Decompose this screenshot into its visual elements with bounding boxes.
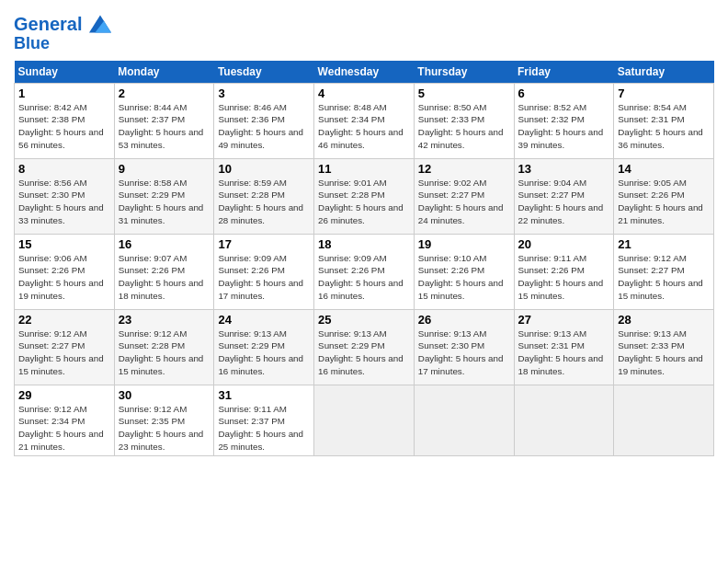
day-number: 28 <box>618 313 710 327</box>
calendar-cell: 25 Sunrise: 9:13 AM Sunset: 2:29 PM Dayl… <box>314 309 415 385</box>
calendar-cell <box>614 385 714 456</box>
day-info: Sunrise: 8:54 AM Sunset: 2:31 PM Dayligh… <box>618 101 710 152</box>
day-info: Sunrise: 8:58 AM Sunset: 2:29 PM Dayligh… <box>119 177 210 227</box>
day-info: Sunrise: 9:13 AM Sunset: 2:29 PM Dayligh… <box>318 327 410 378</box>
calendar-cell: 21 Sunrise: 9:12 AM Sunset: 2:27 PM Dayl… <box>614 234 714 309</box>
day-info: Sunrise: 9:06 AM Sunset: 2:26 PM Dayligh… <box>18 252 110 303</box>
day-info: Sunrise: 9:05 AM Sunset: 2:26 PM Dayligh… <box>618 177 710 227</box>
calendar-cell <box>414 385 514 456</box>
calendar-cell: 16 Sunrise: 9:07 AM Sunset: 2:26 PM Dayl… <box>114 234 214 309</box>
calendar-table: SundayMondayTuesdayWednesdayThursdayFrid… <box>14 61 714 457</box>
day-number: 24 <box>218 313 310 327</box>
day-number: 18 <box>318 237 410 251</box>
day-info: Sunrise: 9:04 AM Sunset: 2:27 PM Dayligh… <box>518 177 610 227</box>
calendar-cell: 12 Sunrise: 9:02 AM Sunset: 2:27 PM Dayl… <box>414 158 514 234</box>
day-info: Sunrise: 9:12 AM Sunset: 2:27 PM Dayligh… <box>618 252 710 303</box>
column-header-friday: Friday <box>514 61 614 84</box>
calendar-cell: 9 Sunrise: 8:58 AM Sunset: 2:29 PM Dayli… <box>114 158 214 234</box>
day-number: 9 <box>119 162 210 176</box>
calendar-cell: 11 Sunrise: 9:01 AM Sunset: 2:28 PM Dayl… <box>314 158 415 234</box>
calendar-cell: 22 Sunrise: 9:12 AM Sunset: 2:27 PM Dayl… <box>15 309 115 385</box>
calendar-cell: 28 Sunrise: 9:13 AM Sunset: 2:33 PM Dayl… <box>614 309 714 385</box>
day-number: 20 <box>518 237 610 251</box>
day-number: 26 <box>418 313 510 327</box>
day-info: Sunrise: 9:09 AM Sunset: 2:26 PM Dayligh… <box>318 252 410 303</box>
day-info: Sunrise: 9:09 AM Sunset: 2:26 PM Dayligh… <box>218 252 310 303</box>
calendar-cell: 15 Sunrise: 9:06 AM Sunset: 2:26 PM Dayl… <box>15 234 115 309</box>
calendar-cell: 8 Sunrise: 8:56 AM Sunset: 2:30 PM Dayli… <box>15 158 115 234</box>
day-info: Sunrise: 8:52 AM Sunset: 2:32 PM Dayligh… <box>518 101 610 152</box>
day-number: 31 <box>218 388 310 402</box>
header: General Blue <box>14 9 714 53</box>
day-info: Sunrise: 8:59 AM Sunset: 2:28 PM Dayligh… <box>218 177 310 227</box>
day-number: 7 <box>618 86 710 100</box>
column-header-thursday: Thursday <box>414 61 514 84</box>
day-info: Sunrise: 8:46 AM Sunset: 2:36 PM Dayligh… <box>218 101 310 152</box>
day-number: 6 <box>518 86 610 100</box>
calendar-cell: 3 Sunrise: 8:46 AM Sunset: 2:36 PM Dayli… <box>214 83 314 158</box>
column-header-saturday: Saturday <box>614 61 714 84</box>
day-number: 15 <box>18 237 110 251</box>
day-info: Sunrise: 8:42 AM Sunset: 2:38 PM Dayligh… <box>18 101 110 152</box>
day-number: 12 <box>418 162 510 176</box>
day-number: 10 <box>218 162 310 176</box>
column-header-tuesday: Tuesday <box>214 61 314 84</box>
calendar-cell: 10 Sunrise: 8:59 AM Sunset: 2:28 PM Dayl… <box>214 158 314 234</box>
day-info: Sunrise: 8:56 AM Sunset: 2:30 PM Dayligh… <box>18 177 110 227</box>
day-info: Sunrise: 9:10 AM Sunset: 2:26 PM Dayligh… <box>418 252 510 303</box>
calendar-cell: 7 Sunrise: 8:54 AM Sunset: 2:31 PM Dayli… <box>614 83 714 158</box>
day-number: 27 <box>518 313 610 327</box>
calendar-cell: 13 Sunrise: 9:04 AM Sunset: 2:27 PM Dayl… <box>514 158 614 234</box>
day-info: Sunrise: 9:11 AM Sunset: 2:37 PM Dayligh… <box>218 403 310 454</box>
day-info: Sunrise: 9:02 AM Sunset: 2:27 PM Dayligh… <box>418 177 510 227</box>
calendar-cell: 26 Sunrise: 9:13 AM Sunset: 2:30 PM Dayl… <box>414 309 514 385</box>
day-info: Sunrise: 9:07 AM Sunset: 2:26 PM Dayligh… <box>119 252 210 303</box>
logo: General Blue <box>14 14 111 53</box>
day-number: 22 <box>18 313 110 327</box>
calendar-cell: 24 Sunrise: 9:13 AM Sunset: 2:29 PM Dayl… <box>214 309 314 385</box>
column-header-wednesday: Wednesday <box>314 61 415 84</box>
main-container: General Blue SundayMondayTuesdayWednesda… <box>0 0 728 465</box>
day-info: Sunrise: 8:50 AM Sunset: 2:33 PM Dayligh… <box>418 101 510 152</box>
day-number: 11 <box>318 162 410 176</box>
day-number: 13 <box>518 162 610 176</box>
calendar-header: SundayMondayTuesdayWednesdayThursdayFrid… <box>15 61 714 84</box>
day-info: Sunrise: 9:12 AM Sunset: 2:27 PM Dayligh… <box>18 327 110 378</box>
day-info: Sunrise: 9:11 AM Sunset: 2:26 PM Dayligh… <box>518 252 610 303</box>
calendar-cell: 2 Sunrise: 8:44 AM Sunset: 2:37 PM Dayli… <box>114 83 214 158</box>
calendar-cell: 27 Sunrise: 9:13 AM Sunset: 2:31 PM Dayl… <box>514 309 614 385</box>
day-info: Sunrise: 9:13 AM Sunset: 2:31 PM Dayligh… <box>518 327 610 378</box>
calendar-cell: 23 Sunrise: 9:12 AM Sunset: 2:28 PM Dayl… <box>114 309 214 385</box>
calendar-cell <box>314 385 415 456</box>
day-number: 21 <box>618 237 710 251</box>
day-number: 1 <box>18 86 110 100</box>
day-info: Sunrise: 9:12 AM Sunset: 2:34 PM Dayligh… <box>18 403 110 454</box>
day-info: Sunrise: 9:13 AM Sunset: 2:30 PM Dayligh… <box>418 327 510 378</box>
calendar-cell: 17 Sunrise: 9:09 AM Sunset: 2:26 PM Dayl… <box>214 234 314 309</box>
day-number: 19 <box>418 237 510 251</box>
day-number: 17 <box>218 237 310 251</box>
day-info: Sunrise: 9:13 AM Sunset: 2:33 PM Dayligh… <box>618 327 710 378</box>
day-info: Sunrise: 9:12 AM Sunset: 2:28 PM Dayligh… <box>119 327 210 378</box>
column-header-sunday: Sunday <box>15 61 115 84</box>
day-number: 23 <box>119 313 210 327</box>
day-number: 25 <box>318 313 410 327</box>
day-info: Sunrise: 8:44 AM Sunset: 2:37 PM Dayligh… <box>119 101 210 152</box>
logo-blue: Blue <box>14 35 111 53</box>
day-number: 4 <box>318 86 410 100</box>
day-number: 2 <box>119 86 210 100</box>
day-number: 30 <box>119 388 210 402</box>
calendar-cell: 30 Sunrise: 9:12 AM Sunset: 2:35 PM Dayl… <box>114 385 214 456</box>
calendar-cell: 18 Sunrise: 9:09 AM Sunset: 2:26 PM Dayl… <box>314 234 415 309</box>
calendar-cell: 1 Sunrise: 8:42 AM Sunset: 2:38 PM Dayli… <box>15 83 115 158</box>
day-number: 29 <box>18 388 110 402</box>
calendar-cell: 6 Sunrise: 8:52 AM Sunset: 2:32 PM Dayli… <box>514 83 614 158</box>
calendar-cell: 19 Sunrise: 9:10 AM Sunset: 2:26 PM Dayl… <box>414 234 514 309</box>
calendar-body: 1 Sunrise: 8:42 AM Sunset: 2:38 PM Dayli… <box>15 83 714 456</box>
calendar-cell: 20 Sunrise: 9:11 AM Sunset: 2:26 PM Dayl… <box>514 234 614 309</box>
calendar-cell: 31 Sunrise: 9:11 AM Sunset: 2:37 PM Dayl… <box>214 385 314 456</box>
day-info: Sunrise: 8:48 AM Sunset: 2:34 PM Dayligh… <box>318 101 410 152</box>
header-row: SundayMondayTuesdayWednesdayThursdayFrid… <box>15 61 714 84</box>
calendar-cell: 29 Sunrise: 9:12 AM Sunset: 2:34 PM Dayl… <box>15 385 115 456</box>
calendar-cell: 4 Sunrise: 8:48 AM Sunset: 2:34 PM Dayli… <box>314 83 415 158</box>
